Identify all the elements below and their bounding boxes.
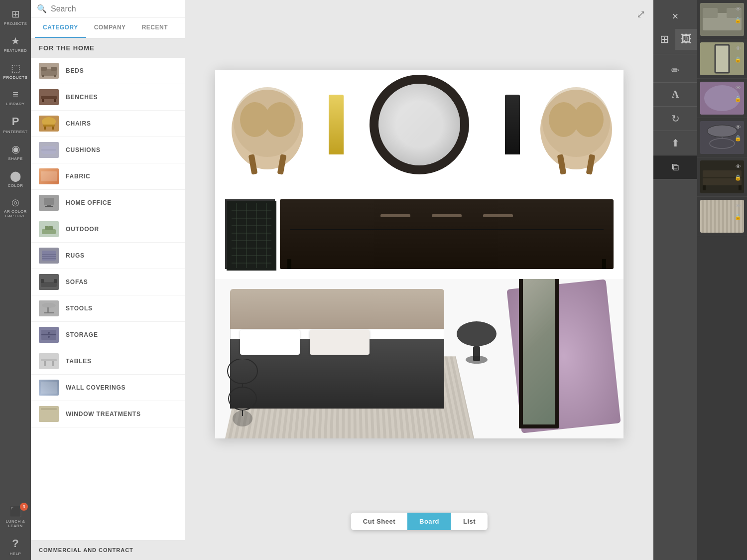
category-item-fabric[interactable]: FABRIC — [31, 163, 185, 190]
category-item-benches[interactable]: BENCHES — [31, 84, 185, 111]
svg-point-77 — [457, 321, 497, 346]
svg-point-72 — [228, 359, 257, 384]
sidebar-item-products[interactable]: ⬚ PRODUCTS — [0, 58, 31, 84]
board-lower-section — [215, 279, 623, 438]
thumb-actions-side-table: 👁 🔒 — [733, 122, 743, 143]
category-item-home-office[interactable]: HOME OFFICE — [31, 190, 185, 216]
category-name-fabric: FABRIC — [66, 173, 90, 180]
grid-view-button[interactable]: ⊞ — [653, 29, 675, 50]
lock-icon-6: 🔒 — [735, 214, 742, 220]
category-thumb-fabric — [39, 168, 59, 184]
image-view-button[interactable]: 🖼 — [675, 29, 697, 50]
ar-color-label: AR COLOR CAPTURE — [2, 209, 29, 218]
commercial-footer[interactable]: COMMERCIAL AND CONTRACT — [31, 540, 185, 560]
category-item-tables[interactable]: TABLES — [31, 348, 185, 375]
share-tool-button[interactable]: ⬆ — [653, 131, 697, 155]
thumb-eye-button-mirror[interactable]: 👁 — [733, 43, 743, 53]
category-thumb-chairs — [39, 116, 59, 132]
svg-rect-32 — [44, 312, 54, 313]
thumb-item-side-table[interactable]: 👁 🔒 — [697, 118, 747, 157]
layers-tool-button[interactable]: ⧉ — [653, 155, 697, 179]
thumb-lock-button-rug[interactable]: 🔒 — [733, 94, 743, 104]
tab-company[interactable]: COMPANY — [86, 18, 134, 38]
text-tool-button[interactable]: A — [653, 83, 697, 107]
category-item-wall-coverings[interactable]: WALL COVERINGS — [31, 375, 185, 401]
thumb-eye-button-side-table[interactable]: 👁 — [733, 122, 743, 132]
category-name-sofas: SOFAS — [66, 279, 88, 285]
thumb-actions-sideboard: 👁 🔒 — [733, 161, 743, 182]
mirror-circle — [370, 75, 469, 174]
svg-point-49 — [234, 87, 301, 157]
svg-point-36 — [48, 336, 50, 338]
sidebar-item-color[interactable]: ⬤ COLOR — [0, 166, 31, 192]
svg-rect-5 — [41, 96, 57, 99]
svg-rect-19 — [45, 226, 49, 230]
wall-coverings-icon — [40, 381, 58, 395]
sidebar-item-featured[interactable]: ★ FEATURED — [0, 31, 31, 57]
close-panel-button[interactable]: × — [653, 4, 697, 29]
sidebar-item-ar-color[interactable]: ◎ AR COLOR CAPTURE — [0, 193, 31, 222]
category-item-beds[interactable]: BEDS — [31, 58, 185, 84]
thumb-lock-button-mirror[interactable]: 🔒 — [733, 54, 743, 64]
thumb-eye-button-sideboard[interactable]: 👁 — [733, 161, 743, 171]
thumb-eye-button-bed[interactable]: 👁 — [733, 4, 743, 14]
category-item-outdoor[interactable]: OUTDOOR — [31, 216, 185, 243]
sidebar-item-pinterest[interactable]: P PINTEREST — [0, 111, 31, 138]
lock-icon-3: 🔒 — [735, 96, 742, 102]
tab-category[interactable]: CATEGORY — [35, 18, 86, 38]
category-item-rugs[interactable]: RUGS — [31, 243, 185, 269]
thumb-item-bed[interactable]: 👁 🔒 — [697, 0, 747, 39]
thumb-item-sideboard[interactable]: 👁 🔒 — [697, 157, 747, 197]
tables-icon — [40, 354, 58, 368]
svg-rect-38 — [44, 361, 46, 366]
star-icon: ★ — [11, 35, 20, 47]
svg-rect-56 — [227, 201, 276, 271]
thumb-actions-bed: 👁 🔒 — [733, 4, 743, 25]
svg-rect-96 — [739, 185, 742, 190]
svg-point-35 — [48, 332, 50, 334]
search-input[interactable] — [51, 4, 179, 13]
category-item-stools[interactable]: STOOLS — [31, 295, 185, 322]
tall-floor-mirror — [519, 279, 559, 428]
help-icon: ? — [12, 537, 18, 550]
svg-rect-14 — [41, 171, 57, 181]
svg-rect-6 — [42, 99, 44, 102]
thumb-item-rug[interactable]: 👁 🔒 — [697, 79, 747, 118]
thumb-item-woven-rug[interactable]: 👁 🔒 — [697, 197, 747, 236]
category-thumb-wall-coverings — [39, 380, 59, 396]
chair-right — [534, 80, 619, 179]
category-item-storage[interactable]: STORAGE — [31, 322, 185, 348]
sidebar-item-help[interactable]: ? HELP — [0, 533, 31, 560]
thumb-eye-button-rug[interactable]: 👁 — [733, 83, 743, 93]
board-button[interactable]: Board — [407, 513, 451, 530]
board-mid-section — [215, 189, 623, 279]
rotate-tool-button[interactable]: ↻ — [653, 107, 697, 131]
thumb-lock-button-side-table[interactable]: 🔒 — [733, 133, 743, 143]
tab-recent[interactable]: RECENT — [134, 18, 176, 38]
list-button[interactable]: List — [451, 513, 488, 530]
category-item-cushions[interactable]: CUSHIONS — [31, 137, 185, 163]
expand-icon[interactable]: ⤢ — [636, 8, 645, 21]
thumb-lock-button-woven-rug[interactable]: 🔒 — [733, 212, 743, 222]
sidebar-item-shape[interactable]: ◉ SHAPE — [0, 139, 31, 165]
category-thumb-window-treatments — [39, 406, 59, 422]
home-office-icon — [40, 196, 58, 210]
category-item-window-treatments[interactable]: WINDOW TREATMENTS — [31, 401, 185, 427]
color-label: COLOR — [8, 183, 23, 188]
svg-point-89 — [707, 125, 737, 137]
sidebar-item-projects[interactable]: ⊞ PROJECTS — [0, 4, 31, 30]
thumb-lock-button-bed[interactable]: 🔒 — [733, 15, 743, 25]
thumb-lock-button-sideboard[interactable]: 🔒 — [733, 172, 743, 182]
sidebar-item-library[interactable]: ≡ LIBRARY — [0, 85, 31, 110]
storage-icon — [40, 328, 58, 342]
cut-sheet-button[interactable]: Cut Sheet — [351, 513, 407, 530]
category-item-sofas[interactable]: SOFAS — [31, 269, 185, 295]
sidebar-item-lunch[interactable]: 3 ⬛ LUNCH &LEARN — [0, 502, 31, 532]
thumb-item-mirror[interactable]: 👁 🔒 — [697, 39, 747, 79]
map-artwork — [225, 199, 275, 269]
edit-tool-button[interactable]: ✏ — [653, 58, 697, 83]
thumb-eye-button-woven-rug[interactable]: 👁 — [733, 201, 743, 211]
board-canvas[interactable] — [215, 70, 623, 438]
chair-left — [225, 80, 310, 179]
category-item-chairs[interactable]: CHAIRS — [31, 111, 185, 137]
